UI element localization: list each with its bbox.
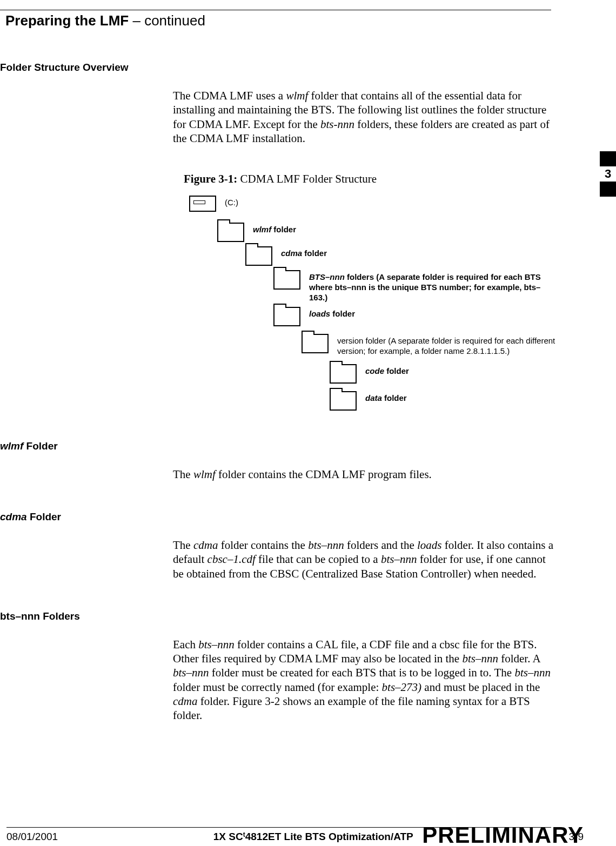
overview-paragraph: The CDMA LMF uses a wlmf folder that con… xyxy=(173,89,557,145)
folder-icon xyxy=(217,223,244,242)
folder-icon xyxy=(273,307,300,326)
heading-title: Preparing the LMF xyxy=(5,12,129,29)
preliminary-watermark: PRELIMINARY xyxy=(422,822,584,846)
folder-tree-diagram: (C:) wlmf folder cdma folder BTS–nnn fol… xyxy=(189,196,584,411)
heading-suffix: – continued xyxy=(129,12,205,29)
code-folder-label: code folder xyxy=(365,364,409,377)
wlmf-folder-label: wlmf folder xyxy=(253,223,296,235)
wlmf-paragraph: The wlmf folder contains the CDMA LMF pr… xyxy=(173,467,557,481)
cdma-folder-heading: cdma Folder xyxy=(0,511,584,523)
figure-caption: Figure 3-1: CDMA LMF Folder Structure xyxy=(184,172,584,186)
data-folder-label: data folder xyxy=(365,391,407,404)
cdma-paragraph: The cdma folder contains the bts–nnn fol… xyxy=(173,538,557,581)
section-heading-overview: Folder Structure Overview xyxy=(0,62,584,73)
bts-folder-label: BTS–nnn folders (A separate folder is re… xyxy=(309,270,541,303)
cdma-folder-label: cdma folder xyxy=(281,246,327,259)
page-footer: 08/01/2001 1X SCt4812ET Lite BTS Optimiz… xyxy=(0,818,616,846)
bts-paragraph: Each bts–nnn folder contains a CAL file,… xyxy=(173,637,557,723)
footer-doc-title: 1X SCt4812ET Lite BTS Optimization/ATP xyxy=(213,831,413,843)
drive-label: (C:) xyxy=(225,196,238,208)
folder-icon xyxy=(330,364,357,384)
folder-icon xyxy=(273,270,300,290)
version-folder-label: version folder (A separate folder is req… xyxy=(337,334,570,357)
chapter-tab-number: 3 xyxy=(600,166,616,182)
side-tab: 3 xyxy=(600,151,616,197)
folder-icon xyxy=(302,334,329,353)
wlmf-folder-heading: wlmf Folder xyxy=(0,440,584,452)
footer-date: 08/01/2001 xyxy=(6,831,58,843)
folder-icon xyxy=(330,391,357,411)
folder-icon xyxy=(245,246,272,266)
drive-icon xyxy=(189,196,216,212)
loads-folder-label: loads folder xyxy=(309,307,355,319)
bts-folders-heading: bts–nnn Folders xyxy=(0,610,584,622)
page-heading: Preparing the LMF – continued xyxy=(0,12,584,29)
